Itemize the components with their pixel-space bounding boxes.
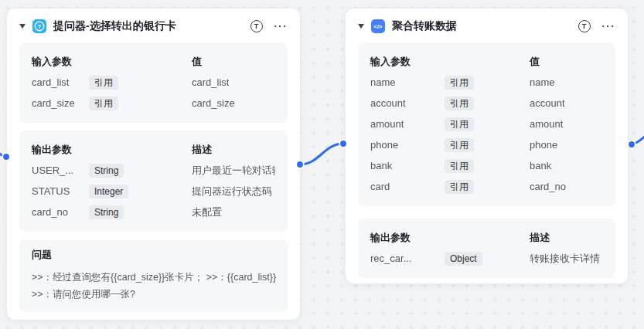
svg-text:</>: </> [373,23,383,30]
param-desc: 提问器运行状态码 [192,185,275,198]
node-header: ? 提问器-选择转出的银行卡 T ··· [7,8,300,42]
port-node2-input[interactable] [339,140,347,148]
node-title: 提问器-选择转出的银行卡 [53,19,244,33]
question-header: 问题 [32,248,275,262]
test-run-button[interactable]: T [250,20,263,32]
param-value: account [530,97,603,109]
param-name: STATUS [32,185,89,197]
output-params-header: 输出参数 [370,231,530,245]
input-params-header: 输入参数 [32,55,192,69]
param-desc: 未配置 [192,205,275,219]
param-type-cell: 引用 [445,75,530,90]
param-name: phone [370,139,445,151]
reference-badge: 引用 [445,180,474,194]
node-aggregate-transfer[interactable]: </> 聚合转账数据 T ··· 输入参数 值 name 引用 name acc… [345,8,629,284]
desc-header: 描述 [530,231,603,245]
port-node1-input[interactable] [2,153,10,161]
param-name: card_size [32,97,89,109]
input-params-section: 输入参数 值 card_list 引用 card_list card_size … [19,42,288,123]
param-name: USER_... [32,164,89,176]
node-questioner[interactable]: ? 提问器-选择转出的银行卡 T ··· 输入参数 值 card_list 引用… [6,8,301,321]
param-value: card_size [192,97,275,109]
more-menu-button[interactable]: ··· [274,22,288,30]
param-type-cell: 引用 [445,179,530,194]
input-params-section: 输入参数 值 name 引用 name account 引用 account a… [358,42,615,206]
output-params-section: 输出参数 描述 USER_... String 用户最近一轮对话输入 STATU… [19,131,288,232]
type-badge: Object [445,252,482,266]
param-value: card_no [530,181,603,192]
param-value: name [530,76,603,88]
type-badge: String [89,205,124,219]
param-name: rec_car... [370,253,445,264]
reference-badge: 引用 [445,97,474,110]
svg-text:?: ? [38,23,42,30]
param-value: bank [530,160,603,171]
param-name: card_no [32,206,89,218]
param-type-cell: 引用 [445,137,530,152]
reference-badge: 引用 [89,97,118,110]
port-node1-output[interactable] [296,161,304,168]
workflow-canvas: ? 提问器-选择转出的银行卡 T ··· 输入参数 值 card_list 引用… [0,0,644,329]
node-header: </> 聚合转账数据 T ··· [346,8,628,42]
code-icon: </> [371,19,385,33]
reference-badge: 引用 [445,138,474,152]
param-type-cell: Integer [89,184,192,198]
param-name: amount [370,118,445,130]
more-menu-button[interactable]: ··· [602,22,616,30]
reference-badge: 引用 [445,76,474,90]
reference-badge: 引用 [445,159,474,173]
param-type-cell: Object [445,251,530,266]
question-line: >>：请问您使用哪一张? [32,286,275,303]
param-name: name [370,76,445,88]
param-type-cell: String [89,205,192,219]
port-node2-output[interactable] [628,141,635,148]
param-name: card_list [32,76,89,88]
param-type-cell: 引用 [445,158,530,173]
collapse-caret-icon[interactable] [358,24,364,29]
value-header: 值 [530,55,603,69]
question-section: 问题 >>：经过查询您有{{card_size}}张卡片； >>：{{card_… [19,239,288,312]
test-run-button[interactable]: T [578,20,591,32]
param-type-cell: 引用 [445,96,530,110]
type-badge: String [89,164,124,178]
param-type-cell: 引用 [445,117,530,131]
collapse-caret-icon[interactable] [19,24,26,29]
param-type-cell: String [89,163,192,178]
value-header: 值 [192,55,275,69]
reference-badge: 引用 [89,76,118,90]
param-type-cell: 引用 [89,96,192,110]
output-params-section: 输出参数 描述 rec_car... Object 转账接收卡详情 [358,219,615,278]
reference-badge: 引用 [445,117,474,131]
node-title: 聚合转账数据 [392,19,571,33]
output-params-header: 输出参数 [32,143,192,157]
desc-header: 描述 [192,143,275,157]
param-desc: 用户最近一轮对话输入 [192,164,275,178]
param-desc: 转账接收卡详情 [530,252,603,266]
param-name: card [370,181,445,192]
param-name: account [370,97,445,109]
type-badge: Integer [89,185,128,198]
param-value: amount [530,118,603,130]
question-line: >>：经过查询您有{{card_size}}张卡片； >>：{{card_lis… [32,269,275,286]
param-value: phone [530,139,603,151]
input-params-header: 输入参数 [370,55,530,69]
param-type-cell: 引用 [89,75,192,90]
param-name: bank [370,160,445,171]
param-value: card_list [192,76,275,88]
question-icon: ? [32,19,46,33]
